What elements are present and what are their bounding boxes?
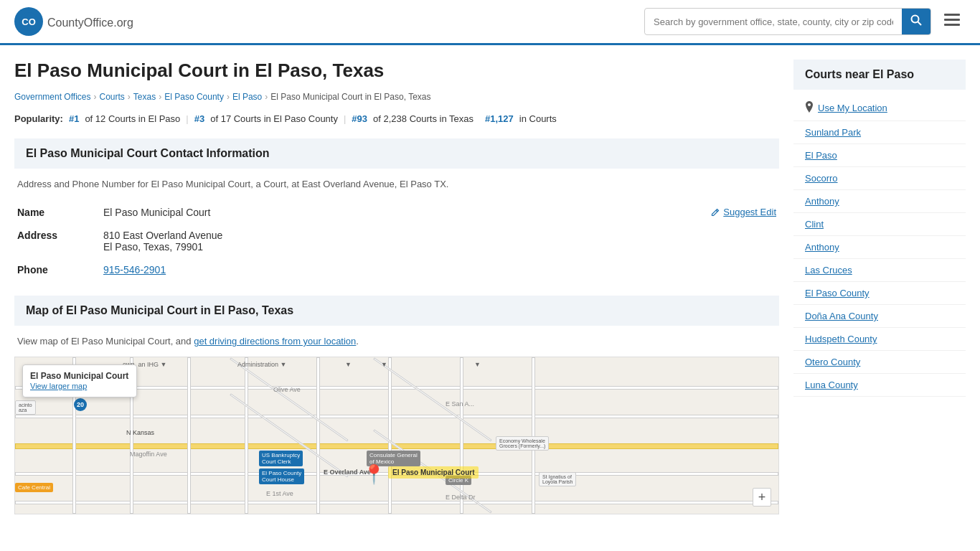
sidebar-item-hudspeth: Hudspeth County	[793, 328, 966, 351]
menu-button[interactable]	[938, 9, 966, 34]
contact-info-table: Name El Paso Municipal Court Suggest Edi…	[14, 201, 779, 281]
map-label-e-delta: E Delta Dr	[446, 494, 476, 501]
pop-rank-3: #93	[352, 113, 367, 124]
address-value: 810 East Overland Avenue El Paso, Texas,…	[100, 224, 779, 258]
popup-title: El Paso Municipal Court	[30, 371, 129, 381]
breadcrumb-el-paso[interactable]: El Paso	[232, 92, 262, 102]
map-section: Map of El Paso Municipal Court in El Pas…	[14, 296, 779, 514]
svg-point-2	[912, 16, 919, 23]
svg-rect-5	[944, 19, 960, 21]
map-court-label: El Paso Municipal Court	[388, 466, 479, 479]
suggest-edit-link[interactable]: Suggest Edit	[710, 207, 776, 217]
pop-rank-4: #1,127	[485, 113, 514, 124]
sidebar-item-socorro: Socorro	[793, 167, 966, 190]
sidebar-link-sunland-park[interactable]: Sunland Park	[805, 127, 861, 138]
sidebar-item-el-paso: El Paso	[793, 144, 966, 167]
svg-rect-6	[944, 24, 960, 26]
header-right	[644, 8, 966, 35]
map-label-e1st: E 1st Ave	[266, 490, 293, 497]
sidebar-link-hudspeth[interactable]: Hudspeth County	[805, 334, 877, 344]
sidebar-item-anthony-1: Anthony	[793, 190, 966, 213]
contact-description: Address and Phone Number for El Paso Mun…	[14, 179, 779, 189]
map-pin: 📍	[362, 463, 385, 486]
pop-desc-2: of 17 Courts in El Paso County	[210, 113, 338, 124]
sidebar-link-anthony-2[interactable]: Anthony	[805, 242, 839, 253]
sidebar-header: Courts near El Paso	[793, 60, 966, 90]
svg-rect-4	[944, 14, 960, 16]
phone-value: 915-546-2901	[100, 258, 779, 281]
map-n-kansas: N Kansas	[126, 429, 154, 436]
phone-link[interactable]: 915-546-2901	[103, 264, 166, 276]
sidebar-item-luna: Luna County	[793, 374, 966, 397]
sidebar-use-my-location[interactable]: Use My Location	[793, 95, 966, 121]
map-admin: Administration ▼	[237, 361, 286, 368]
name-label: Name	[14, 201, 100, 224]
breadcrumb-texas[interactable]: Texas	[133, 92, 156, 102]
map-jacinto: acintoaza	[15, 400, 36, 415]
map-label-magoffin: Magoffin Ave	[130, 451, 167, 458]
map-pin4: ▼	[474, 361, 481, 368]
sidebar-link-clint[interactable]: Clint	[805, 219, 824, 230]
map-economy: Economy WholesaleGrocers (Formerly...)	[496, 436, 549, 451]
map-pin3: ▼	[381, 361, 387, 368]
pop-desc-3: of 2,238 Courts in Texas	[373, 113, 473, 124]
use-my-location-link[interactable]: Use My Location	[818, 103, 887, 113]
breadcrumb-el-paso-county[interactable]: El Paso County	[164, 92, 224, 102]
sidebar-link-las-cruces[interactable]: Las Cruces	[805, 265, 852, 276]
map-usb-clerk: US BankruptcyCourt Clerk	[259, 451, 303, 466]
breadcrumb-current: El Paso Municipal Court in El Paso, Texa…	[270, 92, 430, 102]
popularity-label: Popularity:	[14, 113, 63, 124]
sidebar-item-otero: Otero County	[793, 351, 966, 374]
map-pin2: ▼	[345, 361, 352, 368]
sidebar-item-el-paso-county: El Paso County	[793, 282, 966, 305]
page-title: El Paso Municipal Court in El Paso, Texa…	[14, 60, 779, 82]
map-container: Magoffin Ave Olive Ave E San A... E Over…	[14, 357, 779, 514]
map-popup: El Paso Municipal Court View larger map	[22, 364, 137, 397]
address-label: Address	[14, 224, 100, 258]
sidebar-link-socorro[interactable]: Socorro	[805, 173, 838, 184]
breadcrumb-gov-offices[interactable]: Government Offices	[14, 92, 91, 102]
phone-label: Phone	[14, 258, 100, 281]
svg-line-7	[716, 210, 717, 212]
sidebar-item-clint: Clint	[793, 213, 966, 236]
sidebar-link-el-paso-county[interactable]: El Paso County	[805, 288, 870, 298]
map-section-header: Map of El Paso Municipal Court in El Pas…	[14, 296, 779, 326]
sidebar-link-luna[interactable]: Luna County	[805, 380, 858, 390]
breadcrumb-courts[interactable]: Courts	[100, 92, 125, 102]
table-row-address: Address 810 East Overland Avenue El Paso…	[14, 224, 779, 258]
map-label-e-san: E San A...	[446, 400, 474, 408]
sidebar-link-dona-ana[interactable]: Doña Ana County	[805, 311, 878, 321]
popularity-bar: Popularity: #1 of 12 Courts in El Paso |…	[14, 113, 779, 124]
search-bar	[644, 8, 931, 35]
sidebar-link-el-paso[interactable]: El Paso	[805, 150, 837, 161]
search-button[interactable]	[902, 9, 930, 34]
map-label-olive: Olive Ave	[273, 386, 301, 393]
map-cafe-central: Cafe Central	[15, 483, 53, 492]
sidebar-link-anthony-1[interactable]: Anthony	[805, 196, 839, 207]
content-area: El Paso Municipal Court in El Paso, Texa…	[14, 60, 779, 529]
pop-desc-1: of 12 Courts in El Paso	[85, 113, 180, 124]
table-row-phone: Phone 915-546-2901	[14, 258, 779, 281]
site-header: CO CountyOffice.org	[0, 0, 980, 45]
sidebar-item-sunland-park: Sunland Park	[793, 121, 966, 144]
sidebar-link-otero[interactable]: Otero County	[805, 357, 860, 367]
contact-section: El Paso Municipal Court Contact Informat…	[14, 138, 779, 281]
pop-rank-1: #1	[69, 113, 79, 124]
pop-desc-4: in Courts	[519, 113, 557, 124]
logo-text: CountyOffice.org	[47, 14, 133, 30]
map-elpaso-court: El Paso CountyCourt House	[259, 468, 304, 484]
map-highway-20: 20	[74, 398, 87, 411]
name-value: El Paso Municipal Court Suggest Edit	[100, 201, 779, 224]
popup-larger-map-link[interactable]: View larger map	[30, 382, 87, 390]
contact-section-header: El Paso Municipal Court Contact Informat…	[14, 138, 779, 169]
search-input[interactable]	[645, 11, 902, 33]
logo-area: CO CountyOffice.org	[14, 7, 133, 36]
svg-text:CO: CO	[22, 17, 36, 27]
map-zoom-button[interactable]: +	[753, 488, 771, 507]
driving-directions-link[interactable]: get driving directions from your locatio…	[194, 336, 356, 347]
sidebar-item-dona-ana: Doña Ana County	[793, 305, 966, 328]
table-row-name: Name El Paso Municipal Court Suggest Edi…	[14, 201, 779, 224]
sidebar-item-las-cruces: Las Cruces	[793, 259, 966, 282]
sidebar-item-anthony-2: Anthony	[793, 236, 966, 259]
pop-rank-2: #3	[194, 113, 204, 124]
